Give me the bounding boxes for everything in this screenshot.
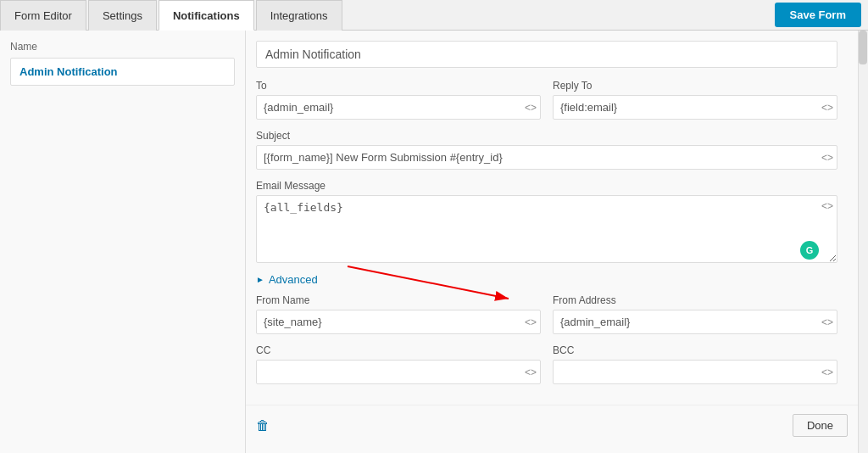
advanced-label: Advanced [269,273,318,286]
cc-bcc-row: CC <> BCC <> [256,344,837,384]
from-address-group: From Address <> [553,294,837,334]
subject-input[interactable] [256,145,837,170]
done-button[interactable]: Done [793,414,848,437]
reply-to-label: Reply To [553,80,837,92]
delete-notification-button[interactable]: 🗑 [256,418,270,433]
email-message-textarea[interactable]: {all_fields} [256,195,837,263]
bcc-group: BCC <> [553,344,837,384]
scrollbar-track [858,31,868,453]
subject-row: Subject <> [256,130,837,170]
from-name-group: From Name <> [256,294,541,334]
email-message-merge-tag-button[interactable]: <> [821,200,833,212]
cc-wrapper: <> [256,360,541,384]
sidebar-name-label: Name [10,41,235,53]
reply-to-input-wrapper: <> [553,95,837,120]
advanced-arrow-icon: ► [256,275,264,284]
email-message-group: Email Message {all_fields} <> G [256,180,837,263]
tab-form-editor[interactable]: Form Editor [0,0,86,31]
to-input-wrapper: <> [256,95,541,120]
cc-input[interactable] [256,360,541,384]
bcc-input[interactable] [553,360,837,384]
from-row: From Name <> From Address <> [256,294,837,334]
from-address-merge-tag-button[interactable]: <> [821,316,833,328]
reply-to-merge-tag-button[interactable]: <> [821,102,833,114]
email-message-row: Email Message {all_fields} <> G [256,180,837,263]
cc-label: CC [256,344,541,356]
from-name-input[interactable] [256,310,541,334]
from-address-label: From Address [553,294,837,306]
panel-content: To <> Reply To <> [246,31,858,405]
tab-integrations[interactable]: Integrations [256,0,342,31]
email-message-wrapper: {all_fields} <> G [256,195,837,263]
email-message-label: Email Message [256,180,837,192]
subject-label: Subject [256,130,837,142]
tab-notifications[interactable]: Notifications [159,0,254,31]
save-form-button[interactable]: Save Form [775,3,861,27]
from-name-wrapper: <> [256,310,541,334]
reply-to-group: Reply To <> [553,80,837,120]
to-reply-row: To <> Reply To <> [256,80,837,120]
subject-group: Subject <> [256,130,837,170]
cc-group: CC <> [256,344,541,384]
reply-to-input[interactable] [553,95,837,120]
from-address-input[interactable] [553,310,837,334]
right-panel: To <> Reply To <> [246,31,868,453]
subject-input-wrapper: <> [256,145,837,170]
to-group: To <> [256,80,541,120]
grammarly-icon: G [800,241,819,260]
trash-icon: 🗑 [256,418,270,433]
tab-bar: Form Editor Settings Notifications Integ… [0,0,868,31]
from-name-merge-tag-button[interactable]: <> [525,316,537,328]
sidebar-item-box: Admin Notification [10,58,235,86]
bcc-merge-tag-button[interactable]: <> [821,366,833,378]
from-name-label: From Name [256,294,541,306]
from-address-wrapper: <> [553,310,837,334]
to-merge-tag-button[interactable]: <> [525,102,537,114]
sidebar: Name Admin Notification [0,31,246,453]
to-label: To [256,80,541,92]
bcc-wrapper: <> [553,360,837,384]
notification-name-input[interactable] [256,41,837,68]
scrollbar-thumb[interactable] [859,31,867,64]
subject-merge-tag-button[interactable]: <> [821,152,833,164]
advanced-toggle[interactable]: ► Advanced [256,273,837,286]
bottom-toolbar: 🗑 Done [246,405,858,445]
sidebar-item-admin-notification[interactable]: Admin Notification [19,65,225,78]
bcc-label: BCC [553,344,837,356]
tab-settings[interactable]: Settings [88,0,157,31]
cc-merge-tag-button[interactable]: <> [525,366,537,378]
to-input[interactable] [256,95,541,120]
main-layout: Name Admin Notification To <> [0,31,868,453]
